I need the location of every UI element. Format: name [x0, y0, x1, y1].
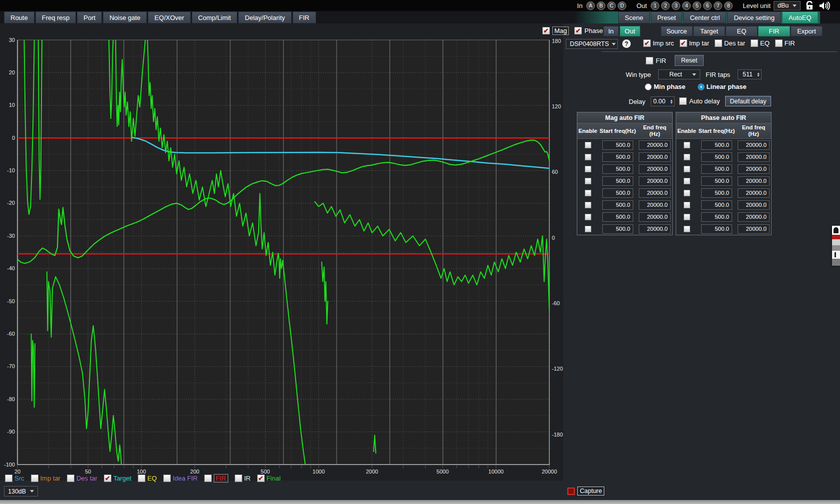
- start-freq-field[interactable]: 500.0: [602, 212, 633, 222]
- channel-in-C[interactable]: C: [607, 1, 616, 10]
- autoeq-tab-source[interactable]: Source: [661, 26, 693, 36]
- enable-checkbox[interactable]: [684, 166, 690, 172]
- auto-delay-checkbox[interactable]: [679, 97, 687, 105]
- start-freq-field[interactable]: 500.0: [602, 188, 633, 198]
- menu-tab-delay-polarity[interactable]: Delay/Polarity: [238, 11, 291, 23]
- des-tar-checkbox[interactable]: [715, 39, 722, 47]
- enable-checkbox[interactable]: [585, 214, 591, 220]
- enable-checkbox[interactable]: [585, 202, 591, 208]
- section-tab-device-setting[interactable]: Device setting: [727, 11, 781, 23]
- eq-checkbox[interactable]: [751, 39, 758, 47]
- end-freq-field[interactable]: 20000.0: [738, 212, 770, 222]
- channel-out-1[interactable]: 1: [651, 1, 659, 10]
- end-freq-field[interactable]: 20000.0: [738, 200, 770, 210]
- imp-src-checkbox[interactable]: [643, 39, 651, 47]
- section-tab-center-ctrl[interactable]: Center ctrl: [683, 11, 726, 23]
- start-freq-field[interactable]: 500.0: [701, 164, 732, 174]
- legend-checkbox[interactable]: [204, 475, 212, 482]
- section-tab-preset[interactable]: Preset: [651, 11, 683, 23]
- autoeq-tab-fir[interactable]: FIR: [758, 26, 790, 36]
- win-type-dropdown[interactable]: Rect: [658, 69, 700, 79]
- legend-checkbox[interactable]: [163, 475, 171, 482]
- channel-in-B[interactable]: B: [597, 1, 605, 10]
- fir-taps-stepper[interactable]: 511▲▼: [738, 69, 762, 79]
- start-freq-field[interactable]: 500.0: [701, 176, 732, 186]
- menu-tab-eq-xover[interactable]: EQ/XOver: [148, 11, 190, 23]
- channel-in-D[interactable]: D: [618, 1, 626, 10]
- enable-checkbox[interactable]: [684, 214, 690, 220]
- end-freq-field[interactable]: 20000.0: [738, 152, 770, 162]
- legend-checkbox[interactable]: [104, 475, 111, 482]
- end-freq-field[interactable]: 20000.0: [639, 164, 671, 174]
- fir-checkbox[interactable]: [646, 57, 653, 64]
- enable-checkbox[interactable]: [585, 166, 591, 172]
- channel-out-3[interactable]: 3: [672, 1, 680, 10]
- end-freq-field[interactable]: 20000.0: [639, 176, 671, 186]
- start-freq-field[interactable]: 500.0: [602, 224, 633, 234]
- end-freq-field[interactable]: 20000.0: [639, 224, 671, 234]
- speaker-icon[interactable]: [819, 1, 831, 10]
- end-freq-field[interactable]: 20000.0: [639, 200, 671, 210]
- delay-stepper[interactable]: 0.00▲▼: [651, 96, 675, 106]
- linear-phase-radio[interactable]: [698, 83, 705, 90]
- min-phase-radio[interactable]: [645, 83, 652, 90]
- enable-checkbox[interactable]: [585, 154, 591, 160]
- menu-tab-noise-gate[interactable]: Noise gate: [103, 11, 147, 23]
- menu-tab-port[interactable]: Port: [77, 11, 102, 23]
- end-freq-field[interactable]: 20000.0: [639, 188, 671, 198]
- start-freq-field[interactable]: 500.0: [701, 140, 732, 150]
- enable-checkbox[interactable]: [684, 190, 690, 196]
- start-freq-field[interactable]: 500.0: [701, 188, 732, 198]
- default-delay-button[interactable]: Default delay: [725, 96, 771, 106]
- reset-button[interactable]: Reset: [675, 55, 704, 66]
- channel-out-7[interactable]: 7: [714, 1, 722, 10]
- end-freq-field[interactable]: 20000.0: [639, 212, 671, 222]
- autoeq-tab-target[interactable]: Target: [693, 26, 725, 36]
- start-freq-field[interactable]: 500.0: [602, 140, 633, 150]
- end-freq-field[interactable]: 20000.0: [738, 164, 770, 174]
- unlock-icon[interactable]: [806, 1, 814, 10]
- section-tab-scene[interactable]: Scene: [618, 11, 650, 23]
- end-freq-field[interactable]: 20000.0: [738, 188, 770, 198]
- enable-checkbox[interactable]: [585, 142, 591, 148]
- enable-checkbox[interactable]: [684, 202, 690, 208]
- channel-out-8[interactable]: 8: [724, 1, 733, 10]
- level-unit-dropdown[interactable]: dBu: [774, 1, 801, 10]
- fir-checkbox[interactable]: [775, 39, 783, 47]
- start-freq-field[interactable]: 500.0: [602, 164, 633, 174]
- start-freq-field[interactable]: 500.0: [701, 212, 732, 222]
- menu-tab-fir[interactable]: FIR: [293, 11, 316, 23]
- io-button-out[interactable]: Out: [620, 26, 640, 36]
- channel-in-A[interactable]: A: [586, 1, 595, 10]
- channel-out-2[interactable]: 2: [661, 1, 670, 10]
- legend-checkbox[interactable]: [235, 475, 242, 482]
- io-button-in[interactable]: In: [603, 26, 619, 36]
- enable-checkbox[interactable]: [585, 226, 591, 232]
- device-dropdown[interactable]: DSP0408RTS: [566, 39, 618, 49]
- response-chart[interactable]: 3020100-10-20-30-40-50-60-70-80-90-10018…: [0, 23, 563, 481]
- enable-checkbox[interactable]: [684, 178, 690, 184]
- autoeq-tab-eq[interactable]: EQ: [726, 26, 758, 36]
- start-freq-field[interactable]: 500.0: [602, 200, 633, 210]
- start-freq-field[interactable]: 500.0: [602, 176, 633, 186]
- menu-tab-comp-limit[interactable]: Comp/Limit: [192, 11, 238, 23]
- enable-checkbox[interactable]: [585, 190, 591, 196]
- capture-label[interactable]: Capture: [577, 487, 604, 496]
- range-dropdown[interactable]: 130dB: [4, 486, 38, 497]
- stepper-arrows-icon[interactable]: ▲▼: [755, 72, 760, 77]
- enable-checkbox[interactable]: [684, 154, 690, 160]
- start-freq-field[interactable]: 500.0: [701, 224, 732, 234]
- channel-out-4[interactable]: 4: [682, 1, 691, 10]
- enable-checkbox[interactable]: [684, 142, 690, 148]
- end-freq-field[interactable]: 20000.0: [738, 176, 770, 186]
- channel-out-5[interactable]: 5: [693, 1, 701, 10]
- start-freq-field[interactable]: 500.0: [701, 200, 732, 210]
- legend-checkbox[interactable]: [67, 475, 74, 482]
- autoeq-tab-export[interactable]: Export: [791, 26, 823, 36]
- end-freq-field[interactable]: 20000.0: [738, 224, 770, 234]
- end-freq-field[interactable]: 20000.0: [639, 152, 671, 162]
- legend-checkbox[interactable]: [138, 475, 145, 482]
- legend-checkbox[interactable]: [5, 475, 12, 482]
- phase-checkbox[interactable]: [574, 27, 582, 34]
- end-freq-field[interactable]: 20000.0: [738, 140, 770, 150]
